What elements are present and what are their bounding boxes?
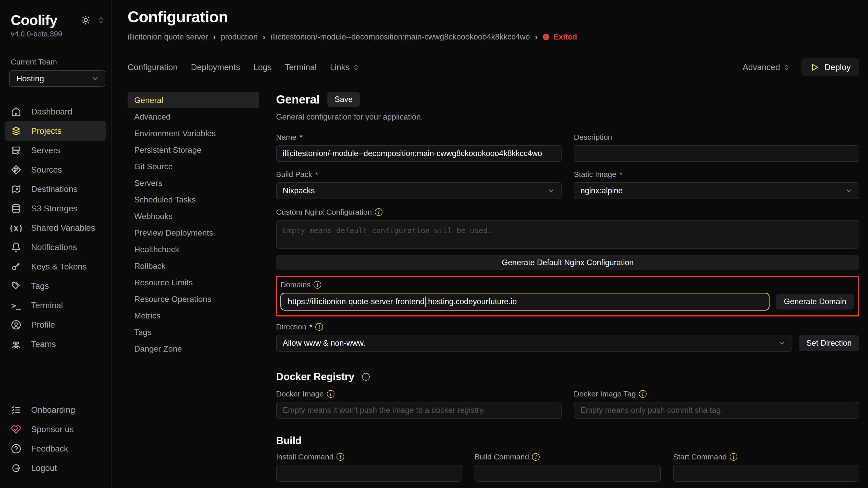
info-icon[interactable]: i — [327, 390, 335, 398]
git-source-icon — [11, 165, 22, 175]
sidebar-item-projects[interactable]: Projects — [5, 121, 106, 141]
advanced-toggle[interactable]: Advanced — [742, 62, 790, 72]
direction-label: Direction* i — [276, 323, 859, 331]
sidebar-item-terminal[interactable]: >_ Terminal — [5, 296, 106, 315]
terminal-icon: >_ — [11, 301, 22, 310]
config-menu-servers[interactable]: Servers — [128, 175, 259, 191]
theme-switcher-chevrons-icon[interactable] — [97, 16, 105, 24]
sidebar-item-sources[interactable]: Sources — [5, 160, 106, 180]
docker-image-input[interactable] — [276, 402, 562, 419]
direction-select[interactable]: Allow www & non-www. — [276, 335, 792, 352]
page-title: Configuration — [128, 8, 859, 26]
generate-domain-button[interactable]: Generate Domain — [776, 294, 854, 310]
build-pack-select[interactable]: Nixpacks — [276, 182, 562, 199]
domains-highlight-region: Domains i https://illicitonion-quote-ser… — [276, 276, 859, 317]
config-menu-tags[interactable]: Tags — [128, 324, 259, 340]
tab-configuration[interactable]: Configuration — [128, 62, 178, 72]
info-icon[interactable]: i — [337, 453, 344, 461]
sidebar-item-s3-storages[interactable]: S3 Storages — [5, 199, 106, 218]
custom-nginx-textarea[interactable] — [276, 220, 859, 249]
config-menu-resource-operations[interactable]: Resource Operations — [128, 291, 259, 307]
config-menu-general[interactable]: General — [128, 92, 259, 108]
description-input[interactable] — [574, 145, 859, 162]
name-input[interactable] — [276, 145, 562, 162]
generate-nginx-button[interactable]: Generate Default Nginx Configuration — [276, 255, 859, 270]
key-icon — [11, 262, 22, 272]
config-menu-environment-variables[interactable]: Environment Variables — [128, 125, 259, 141]
tags-icon — [11, 281, 22, 291]
name-label: Name* — [276, 133, 562, 141]
config-menu-metrics[interactable]: Metrics — [128, 307, 259, 324]
config-menu-scheduled-tasks[interactable]: Scheduled Tasks — [128, 192, 259, 208]
config-menu-webhooks[interactable]: Webhooks — [128, 208, 259, 224]
config-menu-advanced[interactable]: Advanced — [128, 109, 259, 125]
sidebar-item-tags[interactable]: Tags — [5, 276, 106, 296]
domains-input[interactable]: https://illicitonion-quote-server-fronte… — [280, 293, 770, 311]
help-circle-icon — [11, 444, 22, 454]
chevron-down-icon — [778, 339, 785, 347]
config-menu-resource-limits[interactable]: Resource Limits — [128, 274, 259, 291]
app-sidebar: Coolify v4.0.0-beta.399 Current Team Hos… — [0, 0, 112, 488]
general-subtitle: General configuration for your applicati… — [276, 112, 859, 122]
save-button[interactable]: Save — [327, 92, 360, 107]
sidebar-nav: Dashboard Projects Servers Sources Desti… — [5, 102, 106, 354]
build-heading: Build — [276, 435, 302, 447]
info-icon[interactable]: i — [730, 453, 737, 461]
build-command-input[interactable] — [474, 465, 661, 482]
sidebar-item-servers[interactable]: Servers — [5, 141, 106, 160]
sidebar-item-destinations[interactable]: Destinations — [5, 180, 106, 199]
config-menu-preview-deployments[interactable]: Preview Deployments — [128, 225, 259, 241]
sidebar-item-notifications[interactable]: Notifications — [5, 238, 106, 257]
tab-deployments[interactable]: Deployments — [191, 62, 240, 72]
config-menu-rollback[interactable]: Rollback — [128, 258, 259, 274]
breadcrumb-project[interactable]: illicitonion quote server — [128, 32, 208, 41]
theme-sun-icon[interactable] — [81, 15, 91, 25]
info-icon[interactable]: i — [315, 323, 323, 331]
chevron-down-icon — [547, 187, 555, 195]
team-select[interactable]: Hosting — [9, 70, 105, 87]
breadcrumb: illicitonion quote server › production ›… — [128, 32, 859, 41]
user-circle-icon — [11, 320, 22, 330]
sidebar-item-profile[interactable]: Profile — [5, 315, 106, 334]
static-image-select[interactable]: nginx:alpine — [574, 182, 859, 199]
build-command-label: Build Command i — [474, 453, 661, 461]
database-icon — [11, 203, 22, 214]
heart-hands-icon — [11, 424, 22, 434]
config-menu-persistent-storage[interactable]: Persistent Storage — [128, 142, 259, 158]
checklist-icon — [11, 405, 22, 415]
install-command-input[interactable] — [276, 465, 462, 482]
users-icon — [11, 339, 22, 349]
breadcrumb-separator: › — [263, 33, 265, 41]
sidebar-item-dashboard[interactable]: Dashboard — [5, 102, 106, 121]
deploy-button[interactable]: Deploy — [801, 58, 859, 76]
app-version: v4.0.0-beta.399 — [5, 30, 106, 38]
chevron-down-icon — [91, 74, 99, 83]
set-direction-button[interactable]: Set Direction — [799, 335, 859, 351]
info-icon[interactable]: i — [314, 281, 321, 289]
info-icon[interactable]: i — [532, 453, 539, 461]
info-icon[interactable]: i — [639, 390, 647, 398]
tab-links[interactable]: Links — [330, 62, 359, 72]
sidebar-footer-nav: Onboarding Sponsor us Feedback Logout — [5, 400, 106, 478]
docker-image-tag-input[interactable] — [574, 402, 859, 419]
breadcrumb-environment[interactable]: production — [221, 32, 258, 41]
sidebar-item-keys-tokens[interactable]: Keys & Tokens — [5, 257, 106, 276]
sidebar-item-shared-variables[interactable]: (x) Shared Variables — [5, 218, 106, 238]
chevrons-up-down-icon — [352, 64, 359, 71]
tab-terminal[interactable]: Terminal — [285, 62, 317, 72]
breadcrumb-application[interactable]: illicitestonion/-module--decomposition:m… — [271, 32, 530, 41]
sidebar-item-logout[interactable]: Logout — [5, 458, 106, 478]
sidebar-item-feedback[interactable]: Feedback — [5, 439, 106, 458]
sidebar-item-teams[interactable]: Teams — [5, 334, 106, 354]
sidebar-item-onboarding[interactable]: Onboarding — [5, 400, 106, 420]
info-icon[interactable]: i — [362, 373, 370, 381]
config-menu-git-source[interactable]: Git Source — [128, 158, 259, 175]
sidebar-item-sponsor-us[interactable]: Sponsor us — [5, 420, 106, 439]
info-icon[interactable]: i — [375, 208, 382, 216]
toolbar: Configuration Deployments Logs Terminal … — [128, 58, 859, 76]
start-command-input[interactable] — [673, 465, 859, 482]
install-command-label: Install Command i — [276, 453, 462, 461]
config-menu-healthcheck[interactable]: Healthcheck — [128, 241, 259, 258]
tab-logs[interactable]: Logs — [253, 62, 272, 72]
config-menu-danger-zone[interactable]: Danger Zone — [128, 340, 259, 357]
